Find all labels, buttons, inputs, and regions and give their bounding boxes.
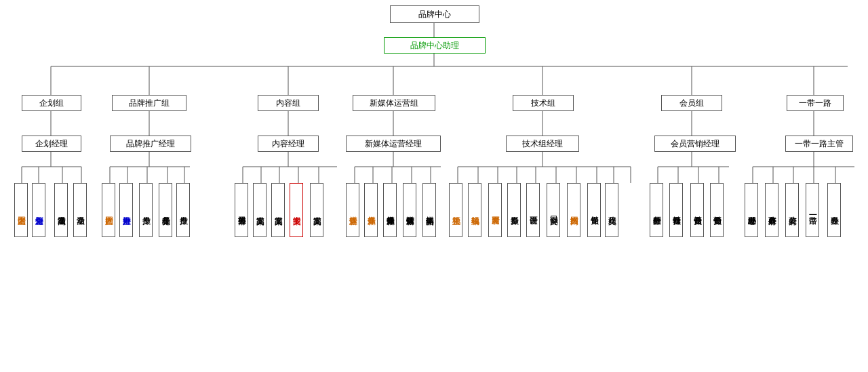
member-brand-2: 海外推广主管 xyxy=(119,183,133,237)
member-tech-4: 摄影专员 xyxy=(507,183,521,237)
member-tech-5: 平面设计 xyxy=(526,183,540,237)
member-newmedia-4: 新媒体微信运营 xyxy=(403,183,416,237)
group-content: 内容组 xyxy=(258,95,319,111)
group-planning: 企划组 xyxy=(22,95,81,111)
manager-brand: 品牌推广经理 xyxy=(110,136,191,152)
member-belt-3: 政府公关 xyxy=(785,183,799,237)
member-tech-8: 促销专员 xyxy=(587,183,601,237)
member-tech-3: 网页开发者 xyxy=(488,183,502,237)
member-content-4: 中级文案 xyxy=(290,183,303,237)
member-content-5: 高级文案 xyxy=(310,183,323,237)
member-newmedia-3: 新媒体微博专员 xyxy=(383,183,397,237)
member-brand-5: 推广专员 xyxy=(176,183,190,237)
member-belt-4: 一带一路 xyxy=(806,183,819,237)
group-belt: 一带一路 xyxy=(787,95,844,111)
member-newmedia-2: 新媒体专员 xyxy=(364,183,378,237)
root-node: 品牌中心 xyxy=(390,5,479,23)
manager-member: 会员营销经理 xyxy=(654,136,736,152)
member-member-3: 会员营销专员 xyxy=(690,183,704,237)
member-planning-2: 海外企划主管 xyxy=(32,183,45,237)
group-tech: 技术组 xyxy=(513,95,574,111)
member-belt-2: 政府公共事务 xyxy=(765,183,778,237)
group-newmedia: 新媒体运营组 xyxy=(353,95,435,111)
member-member-1: 数据分析师 xyxy=(650,183,663,237)
group-brand: 品牌推广组 xyxy=(112,95,186,111)
member-brand-1: 国内推广主管 xyxy=(102,183,115,237)
assistant-node: 品牌中心助理 xyxy=(384,37,486,54)
manager-planning: 企划经理 xyxy=(22,136,81,152)
member-tech-7: 高级网络推广 xyxy=(567,183,580,237)
org-chart: 品牌中心 品牌中心助理 企划组 品牌推广组 内容组 新媒体运营组 技术组 会员组… xyxy=(7,0,861,352)
member-content-3: 高级文案 xyxy=(271,183,285,237)
member-planning-4: 活动专员 xyxy=(73,183,87,237)
member-tech-2: 视频编辑 xyxy=(468,183,481,237)
member-member-4: 会员营销专员 xyxy=(710,183,724,237)
member-content-2: 高级文案 xyxy=(253,183,267,237)
member-brand-4: 竞品分析专员 xyxy=(159,183,172,237)
member-belt-5: 外联专员 xyxy=(827,183,841,237)
member-newmedia-1: 新媒体主管 xyxy=(346,183,359,237)
member-content-1: 外部服务公司 xyxy=(235,183,248,237)
manager-newmedia: 新媒体运营经理 xyxy=(346,136,441,152)
group-member: 会员组 xyxy=(661,95,722,111)
member-belt-1: 总经办秘书助理 xyxy=(745,183,758,237)
member-tech-9: 行政文员 xyxy=(605,183,618,237)
member-brand-3: 推广专员 xyxy=(139,183,153,237)
member-planning-3: 高级活动专员 xyxy=(54,183,68,237)
member-tech-1: 视频主管 xyxy=(449,183,462,237)
manager-belt: 一带一路主管 xyxy=(785,136,853,152)
manager-content: 内容经理 xyxy=(258,136,319,152)
member-member-2: 社群营销专员 xyxy=(669,183,683,237)
manager-tech: 技术组经理 xyxy=(506,136,579,152)
member-planning-1: 国内企划主管 xyxy=(14,183,28,237)
member-newmedia-5: 新媒体美编 xyxy=(422,183,436,237)
member-tech-6: 口文翻译 xyxy=(547,183,560,237)
